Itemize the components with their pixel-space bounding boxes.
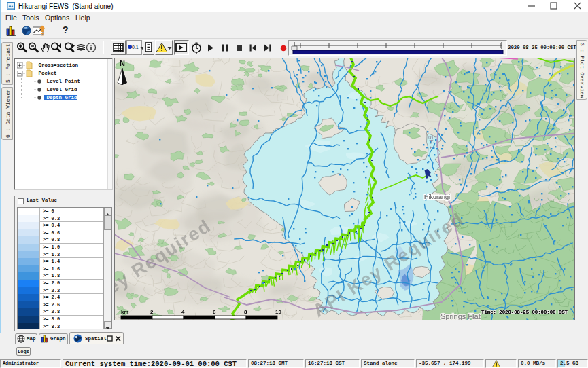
svg-text:4: 4 (181, 309, 185, 315)
svg-text:2: 2 (150, 309, 154, 315)
svg-text:Time: 2020-08-25 00:00:00 CST: Time: 2020-08-25 00:00:00 CST (481, 310, 568, 315)
svg-text:Hikurangi: Hikurangi (424, 194, 450, 200)
svg-text:8: 8 (244, 309, 247, 315)
svg-text:6: 6 (213, 309, 216, 315)
svg-text:10: 10 (275, 309, 281, 315)
svg-text:N: N (120, 59, 125, 67)
svg-text:Springs Flat: Springs Flat (440, 312, 481, 320)
svg-text:km: km (121, 309, 128, 315)
